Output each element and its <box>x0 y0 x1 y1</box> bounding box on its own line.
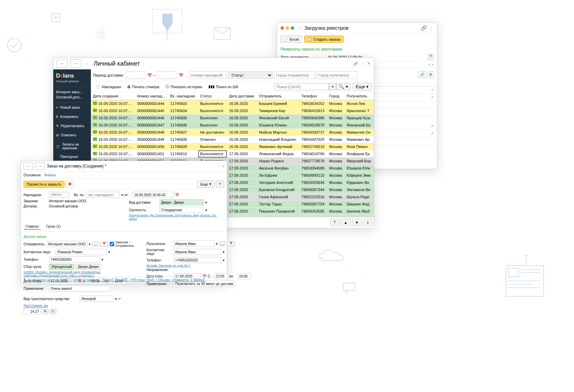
sidebar-new-order[interactable]: +Новый заказ <box>53 103 91 112</box>
expand-icon[interactable]: ↗ <box>430 124 434 129</box>
distance-input[interactable] <box>24 308 41 314</box>
doc-date-input[interactable] <box>133 192 174 198</box>
urgency-input[interactable] <box>160 207 204 213</box>
sender-lookup-button[interactable]: ... <box>92 242 98 246</box>
date-to-input[interactable] <box>157 71 177 79</box>
search-button[interactable]: 🔍 ▾ <box>336 83 351 90</box>
sticker-button[interactable]: 🖶Печать стикера <box>124 83 162 90</box>
menu-icon[interactable]: ⋮ <box>428 25 434 31</box>
max-dot[interactable] <box>291 26 294 30</box>
grid-row[interactable]: 16.09.2020 16:07:...00000000014471174560… <box>91 122 374 129</box>
pickup-doors-chip[interactable]: Двери-Двери <box>76 264 101 270</box>
subtab-main[interactable]: Главное <box>24 224 41 230</box>
summary-link[interactable]: Количество мест: 1 / V=2.7 / m=5 / Стоим… <box>28 278 206 282</box>
small-link-icon[interactable]: 🔗 <box>418 71 426 78</box>
plus-icon: + <box>56 106 58 109</box>
subtab-cargo[interactable]: Грузы (1) <box>44 224 63 230</box>
calendar-icon[interactable]: 📅 <box>147 73 152 78</box>
contact-input[interactable] <box>56 249 107 255</box>
recipient-input[interactable] <box>174 241 215 247</box>
more-dates-button[interactable]: ... <box>185 73 188 77</box>
sidebar-edit[interactable]: ✎Редактировать <box>53 121 91 131</box>
invoice-button[interactable]: 📄Накладная <box>93 83 124 90</box>
grid-row[interactable]: 16.09.2020 16:07:...00000000014501174560… <box>91 143 374 150</box>
distance-edit-button[interactable]: ✎ <box>42 309 49 314</box>
excel-button[interactable]: 📄Excel <box>281 36 302 43</box>
link-icon[interactable]: 🔗 <box>421 25 427 31</box>
excel-export-icon[interactable]: X <box>428 71 434 78</box>
min-dot[interactable] <box>286 26 289 30</box>
expand-icon[interactable]: ↗ <box>430 95 434 100</box>
clear-search-button[interactable]: × <box>329 83 337 90</box>
more-button[interactable]: Еще ▾ <box>197 180 214 188</box>
back-button[interactable]: ← <box>57 59 68 68</box>
close-icon[interactable]: × <box>367 60 370 67</box>
sidebar-stock[interactable]: 🛒Запасы на хранении <box>53 140 91 153</box>
distance-label[interactable]: Расстояние, км <box>24 304 48 308</box>
sidebar-copy[interactable]: ⎘Копировать <box>53 112 91 121</box>
prepay-link[interactable]: Предоплачен: Да; Плательщик: Получатель;… <box>129 214 224 220</box>
history-button[interactable]: ⓘПоказать историю <box>163 83 205 91</box>
link-icon[interactable]: 🔗 <box>353 62 358 66</box>
grid-row[interactable]: 16.09.2020 16:07:...00000000014511174561… <box>91 150 374 158</box>
sender-input[interactable] <box>46 241 87 247</box>
grid-row[interactable]: 16.09.2020 16:07:...00000000014481174560… <box>91 129 374 136</box>
incoming-number-input[interactable] <box>86 192 120 198</box>
grid-row[interactable]: 16.09.2020 16:07:...00000000014461174560… <box>91 114 374 122</box>
search-input[interactable] <box>274 83 329 90</box>
create-orders-button[interactable]: 📋Создать заказы <box>304 36 344 43</box>
close-dot[interactable] <box>281 26 284 30</box>
more-button[interactable]: Еще ▾ <box>353 83 372 91</box>
expand-icon[interactable]: ↗ <box>430 132 434 136</box>
status-filter-select[interactable]: Статус <box>228 71 273 79</box>
svg-rect-11 <box>508 268 519 277</box>
grid-row[interactable]: 16.09.2020 16:07:...00000000014441174560… <box>91 100 374 107</box>
sender-address-link[interactable]: 115522, Москва г, муниципальный округ Мо… <box>24 270 112 277</box>
barcode-button[interactable]: ▮▮▮Поиск по ШК <box>206 83 241 90</box>
recipient-pin-button[interactable]: 📍 <box>227 241 235 246</box>
recipient-address-link[interactable]: Москва, Тверская ул, дом № 7, <box>147 264 251 267</box>
invoice-filter-input[interactable] <box>189 71 227 79</box>
grid-row[interactable]: 16.09.2020 16:07:...00000000014491174560… <box>91 136 374 143</box>
pickup-simple-chip[interactable]: Упрощенный <box>49 264 74 270</box>
sender-pin-button[interactable]: 📍 <box>100 242 108 247</box>
star-icon[interactable]: ☆ <box>84 60 89 67</box>
help-button[interactable]: ? <box>216 180 224 188</box>
tab-main[interactable]: Основное <box>24 173 41 177</box>
sidebar-incoming[interactable]: Приходные <box>53 153 91 161</box>
date-from-input[interactable] <box>125 71 146 79</box>
cancel-button[interactable]: ✖ <box>66 180 74 188</box>
back-button[interactable]: ← <box>24 162 33 170</box>
plan-to-input[interactable] <box>237 273 251 279</box>
phone-input[interactable] <box>49 256 100 262</box>
vehicle-input[interactable] <box>80 296 114 302</box>
submit-button[interactable]: Провести и закрыть <box>24 181 65 188</box>
city-to-input[interactable] <box>316 71 357 79</box>
grid-row[interactable]: 16.09.2020 16:07:...00000000014451174560… <box>91 107 374 114</box>
star-icon[interactable]: ☆ <box>298 25 302 31</box>
help-button[interactable]: ? <box>427 54 434 60</box>
note-input[interactable] <box>49 285 110 292</box>
scroll-down-button[interactable]: ▼ <box>352 219 362 226</box>
city-from-input[interactable] <box>274 71 315 79</box>
expand-icon[interactable]: ↗ <box>430 88 434 92</box>
scroll-bottom-button[interactable]: ⤓ <box>363 219 372 226</box>
close-icon[interactable]: × <box>222 164 224 168</box>
calendar-icon[interactable]: 📅 <box>175 193 179 197</box>
menu-icon[interactable]: ⋮ <box>216 164 220 168</box>
recipient-contact-input[interactable] <box>174 249 221 255</box>
sender-eq-checkbox[interactable] <box>110 241 114 247</box>
scroll-up-button[interactable]: ▲ <box>341 219 351 226</box>
scroll-top-button[interactable]: ⤒ <box>330 219 339 226</box>
delivery-type-input[interactable] <box>160 199 204 205</box>
menu-icon[interactable]: ⋮ <box>361 62 365 66</box>
recipient-phone-input[interactable] <box>174 257 221 263</box>
recipient-lookup-button[interactable]: ... <box>219 241 226 246</box>
calendar-icon[interactable]: 📅 <box>179 73 183 78</box>
tab-files[interactable]: Файлы <box>44 173 56 177</box>
sidebar-cancel[interactable]: ⊘Отменить <box>53 131 91 140</box>
forward-button[interactable]: → <box>35 162 45 170</box>
clear-icon[interactable]: × × <box>428 63 434 67</box>
forward-button[interactable]: → <box>70 59 81 68</box>
distance-refresh-button[interactable]: ↻ <box>50 309 56 314</box>
